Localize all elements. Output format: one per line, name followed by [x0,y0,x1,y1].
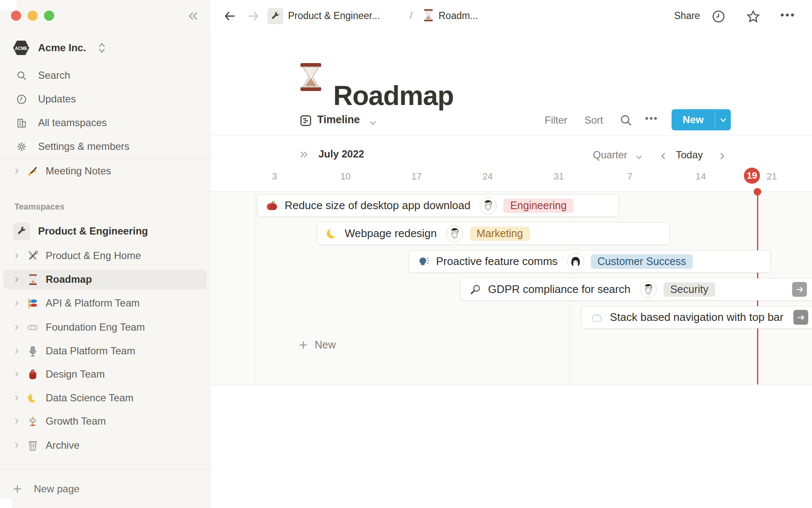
sidebar-item-api-platform-team[interactable]: API & Platform Team [0,293,210,313]
plus-icon [12,483,23,494]
plus-icon [298,340,309,351]
jump-to-end-button[interactable] [792,282,807,297]
crescent-moon-icon [326,228,338,240]
expand-chevron-icon[interactable] [13,323,22,331]
speaking-head-icon [417,256,429,268]
new-button[interactable]: New [672,109,715,130]
sidebar-item-product-engineering[interactable]: Product & Engineering [0,221,210,241]
page-title[interactable]: Roadmap [333,80,454,111]
window-corner-notch [0,0,16,11]
svg-text:ACME: ACME [15,46,27,51]
expand-chevron-icon[interactable] [13,442,22,449]
breadcrumb-item[interactable]: Product & Engineer... [288,10,380,22]
building-icon [16,117,27,128]
tag-marketing: Marketing [470,226,530,241]
tag-engineering: Engineering [503,199,573,213]
gear-icon [16,141,27,152]
clock-icon[interactable] [711,9,726,24]
acme-logo: ACME [13,39,30,56]
sidebar-item-roadmap[interactable]: Roadmap [0,270,210,289]
date-label: 17 [411,171,422,182]
microphone-icon [27,345,38,357]
star-icon[interactable] [746,9,761,24]
moon-face-icon [27,392,38,404]
share-button[interactable]: Share [674,10,700,22]
date-label: 31 [554,171,564,182]
prev-period-icon[interactable] [658,150,669,163]
sidebar-item-foundation-eng-team[interactable]: Foundation Eng Team [0,318,210,337]
sort-button[interactable]: Sort [584,114,603,126]
apple-icon [266,200,278,212]
date-label: 7 [627,171,632,182]
window-corner-notch [0,499,12,508]
sidebar-item-design-team[interactable]: Design Team [0,364,210,384]
jump-to-end-button[interactable] [793,310,808,325]
timeline-card-reduce-size[interactable]: Reduce size of desktop app download Engi… [257,194,619,217]
sidebar-divider [0,158,210,159]
sidebar-item-archive[interactable]: Archive [0,436,210,455]
sidebar-item-data-platform-team[interactable]: Data Platform Team [0,341,210,361]
carousel-icon [27,416,38,427]
more-options-icon[interactable]: ••• [780,8,796,22]
next-period-icon[interactable] [716,150,727,163]
sidebar-item-data-science-team[interactable]: Data Science Team [0,388,210,408]
expand-chevron-icon[interactable] [13,167,22,175]
expand-timeline-icon[interactable] [298,149,310,160]
teamspaces-section-label: Teamspaces [14,202,65,212]
tab-timeline[interactable]: Timeline [317,113,360,126]
today-button[interactable]: Today [676,149,703,161]
timeline-card-gdpr-compliance[interactable]: GDPR compliance for search Security [461,278,812,301]
timeline-zoom-select[interactable]: Quarter [593,149,627,161]
timeline-card-stack-navigation[interactable]: Stack based navigation with top bar [582,306,812,329]
sidebar-item-settings[interactable]: Settings & members [0,137,210,156]
timeline-new-row-button[interactable]: New [298,339,336,351]
wrench-icon [13,223,30,240]
expand-chevron-icon[interactable] [13,417,22,425]
sidebar-item-updates[interactable]: Updates [0,89,210,109]
date-label: 10 [340,171,351,182]
minimize-window-button[interactable] [27,11,38,21]
wastebasket-icon [27,440,38,451]
topbar: Product & Engineer... / Roadm... Share •… [210,0,812,32]
sidebar-divider [0,469,210,470]
expand-chevron-icon[interactable] [13,276,22,283]
expand-chevron-icon[interactable] [13,370,22,378]
back-arrow-icon[interactable] [223,9,237,23]
sidebar-item-growth-team[interactable]: Growth Team [0,411,210,431]
man-avatar [480,197,497,214]
sidebar-item-meeting-notes[interactable]: Meeting Notes [0,161,210,181]
search-icon [16,70,27,81]
chevron-down-icon [634,152,644,162]
page-icon-hourglass[interactable] [299,61,323,93]
expand-chevron-icon[interactable] [13,299,22,307]
filter-button[interactable]: Filter [545,114,567,126]
date-label: 21 [767,171,777,182]
today-line-dot [754,188,761,196]
forward-arrow-icon[interactable] [246,9,260,23]
sidebar-item-product-eng-home[interactable]: Product & Eng Home [0,246,210,265]
search-icon[interactable] [619,113,633,127]
workspace-switcher[interactable]: ACME Acme Inc. [0,38,210,58]
expand-chevron-icon[interactable] [13,252,22,260]
woman-avatar [567,253,584,270]
wrench-icon [267,8,283,24]
cloud-icon [590,312,603,323]
sidebar-item-all-teamspaces[interactable]: All teamspaces [0,113,210,133]
new-dropdown-button[interactable] [715,109,731,130]
expand-chevron-icon[interactable] [13,394,22,402]
writing-hand-icon [27,166,38,177]
chevron-down-icon[interactable] [368,118,378,128]
sidebar-item-search[interactable]: Search [0,66,210,85]
expand-chevron-icon[interactable] [13,347,22,355]
new-page-button[interactable]: New page [0,479,210,499]
collapse-sidebar-icon[interactable] [186,9,200,23]
clock-icon [16,94,27,105]
date-label: 24 [483,171,493,182]
view-options-icon[interactable]: ••• [645,113,658,124]
timeline-card-webpage-redesign[interactable]: Webpage redesign Marketing [317,222,669,245]
breadcrumb-item[interactable]: Roadm... [439,10,478,22]
zoom-window-button[interactable] [44,11,54,21]
timeline-card-proactive-feature-comms[interactable]: Proactive feature comms Customer Success [409,250,771,273]
breadcrumb-separator: / [410,10,412,22]
close-window-button[interactable] [11,11,21,21]
